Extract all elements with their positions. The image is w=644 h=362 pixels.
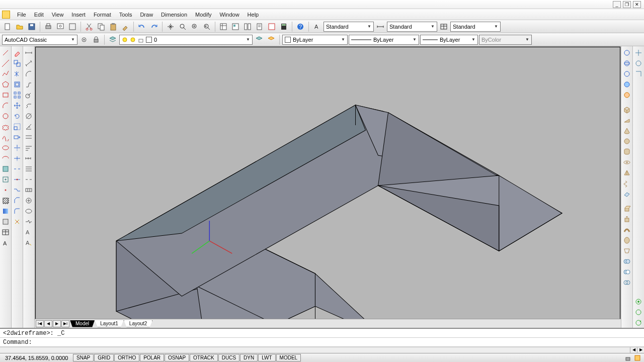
ellipse-button[interactable] xyxy=(1,142,11,153)
tool-palettes-button[interactable] xyxy=(242,21,253,32)
toggle-polar[interactable]: POLAR xyxy=(140,354,164,361)
move-button[interactable] xyxy=(12,100,23,111)
cone-button[interactable] xyxy=(622,125,632,136)
color-dropdown[interactable]: ByLayer▼ xyxy=(282,35,348,45)
menu-tools[interactable]: Tools xyxy=(115,10,136,19)
xline-button[interactable] xyxy=(1,58,11,68)
dim-radius-button[interactable] xyxy=(24,89,34,100)
scale-button[interactable] xyxy=(12,121,23,132)
line-button[interactable] xyxy=(1,47,11,58)
center-mark-button[interactable] xyxy=(24,195,34,206)
tab-layout1[interactable]: Layout1 xyxy=(95,320,124,327)
restore-button[interactable]: ❐ xyxy=(623,1,631,8)
spline-button[interactable] xyxy=(1,132,11,142)
copy-obj-button[interactable] xyxy=(12,58,23,68)
vs-hidden-button[interactable] xyxy=(622,68,632,79)
extrude-button[interactable] xyxy=(622,203,632,214)
3dalign-button[interactable] xyxy=(633,68,644,79)
mtext-button[interactable]: A xyxy=(1,237,11,248)
dim-diameter-button[interactable] xyxy=(24,111,34,121)
match-props-button[interactable] xyxy=(120,21,131,32)
open-button[interactable] xyxy=(14,21,25,32)
join-button[interactable] xyxy=(12,185,23,195)
trim-button[interactable] xyxy=(12,142,23,153)
command-prompt[interactable]: Command: xyxy=(0,338,644,347)
workspace-lock-button[interactable] xyxy=(91,34,102,45)
menu-file[interactable]: File xyxy=(13,10,30,19)
pan-button[interactable] xyxy=(165,21,176,32)
publish-button[interactable] xyxy=(67,21,78,32)
toggle-dyn[interactable]: DYN xyxy=(240,354,258,361)
break-point-button[interactable] xyxy=(12,174,23,185)
paste-button[interactable] xyxy=(108,21,119,32)
cont-orbit-button[interactable] xyxy=(633,317,644,328)
properties-button[interactable] xyxy=(218,21,229,32)
zoom-previous-button[interactable] xyxy=(201,21,212,32)
viewport[interactable] xyxy=(35,47,620,319)
rotate-button[interactable] xyxy=(12,111,23,121)
revcloud-button[interactable] xyxy=(1,121,11,132)
gradient-button[interactable] xyxy=(1,206,11,216)
design-center-button[interactable] xyxy=(230,21,241,32)
toggle-ducs[interactable]: DUCS xyxy=(218,354,239,361)
status-tray-icon-2[interactable] xyxy=(633,354,642,362)
revolve-button[interactable] xyxy=(622,235,632,245)
dim-style-icon-button[interactable] xyxy=(375,21,386,32)
box-button[interactable] xyxy=(622,104,632,115)
loft-button[interactable] xyxy=(622,245,632,256)
menu-draw[interactable]: Draw xyxy=(136,10,157,19)
menu-modify[interactable]: Modify xyxy=(191,10,215,19)
toggle-ortho[interactable]: ORTHO xyxy=(114,354,139,361)
free-orbit-button[interactable] xyxy=(633,307,644,317)
vs-2dwire-button[interactable] xyxy=(622,47,632,58)
menu-edit[interactable]: Edit xyxy=(30,10,48,19)
zoom-realtime-button[interactable] xyxy=(177,21,188,32)
toggle-lwt[interactable]: LWT xyxy=(258,354,275,361)
hatch-button[interactable] xyxy=(1,195,11,206)
help-button[interactable]: ? xyxy=(295,21,306,32)
dim-edit-button[interactable]: A xyxy=(24,227,34,237)
lineweight-dropdown[interactable]: ByLayer▼ xyxy=(420,35,478,45)
dim-jogline-button[interactable] xyxy=(24,216,34,227)
block-insert-button[interactable] xyxy=(1,163,11,174)
wedge-button[interactable] xyxy=(622,115,632,125)
tab-model[interactable]: Model xyxy=(70,320,95,327)
make-block-button[interactable] xyxy=(1,174,11,185)
dim-aligned-button[interactable] xyxy=(24,58,34,68)
dim-continue-button[interactable] xyxy=(24,153,34,163)
menu-help[interactable]: Help xyxy=(244,10,263,19)
sheet-set-button[interactable] xyxy=(254,21,265,32)
tab-next-button[interactable]: ▶ xyxy=(53,320,61,327)
vs-realistic-button[interactable] xyxy=(622,79,632,89)
offset-button[interactable] xyxy=(12,79,23,89)
status-tray-icon-1[interactable] xyxy=(623,354,632,362)
chamfer-button[interactable] xyxy=(12,195,23,206)
new-button[interactable] xyxy=(2,21,13,32)
menu-insert[interactable]: Insert xyxy=(67,10,90,19)
dim-style-dropdown[interactable]: Standard▼ xyxy=(387,22,437,32)
circle-button[interactable] xyxy=(1,111,11,121)
command-window[interactable]: <2dwireframe>: _C Command: ◀▶ xyxy=(0,328,644,353)
polygon-button[interactable] xyxy=(1,79,11,89)
markup-button[interactable] xyxy=(266,21,277,32)
menu-view[interactable]: View xyxy=(48,10,68,19)
toggle-osnap[interactable]: OSNAP xyxy=(165,354,189,361)
3drotate-button[interactable] xyxy=(633,58,644,68)
redo-button[interactable] xyxy=(148,21,159,32)
calc-button[interactable] xyxy=(278,21,289,32)
break-button[interactable] xyxy=(12,163,23,174)
table-button[interactable] xyxy=(1,227,11,237)
plotstyle-dropdown[interactable]: ByColor▼ xyxy=(479,35,532,45)
dim-space-button[interactable] xyxy=(24,163,34,174)
workspace-settings-button[interactable] xyxy=(78,34,90,45)
toggle-grid[interactable]: GRID xyxy=(94,354,114,361)
pyramid-button[interactable] xyxy=(622,167,632,178)
ellipse-arc-button[interactable] xyxy=(1,153,11,163)
point-button[interactable] xyxy=(1,185,11,195)
tolerance-button[interactable] xyxy=(24,185,34,195)
dim-quick-button[interactable] xyxy=(24,132,34,142)
plot-button[interactable] xyxy=(43,21,54,32)
menu-dimension[interactable]: Dimension xyxy=(157,10,191,19)
layer-dropdown[interactable]: 0 ▼ xyxy=(119,35,253,45)
command-scrollbar[interactable]: ◀▶ xyxy=(0,347,644,353)
